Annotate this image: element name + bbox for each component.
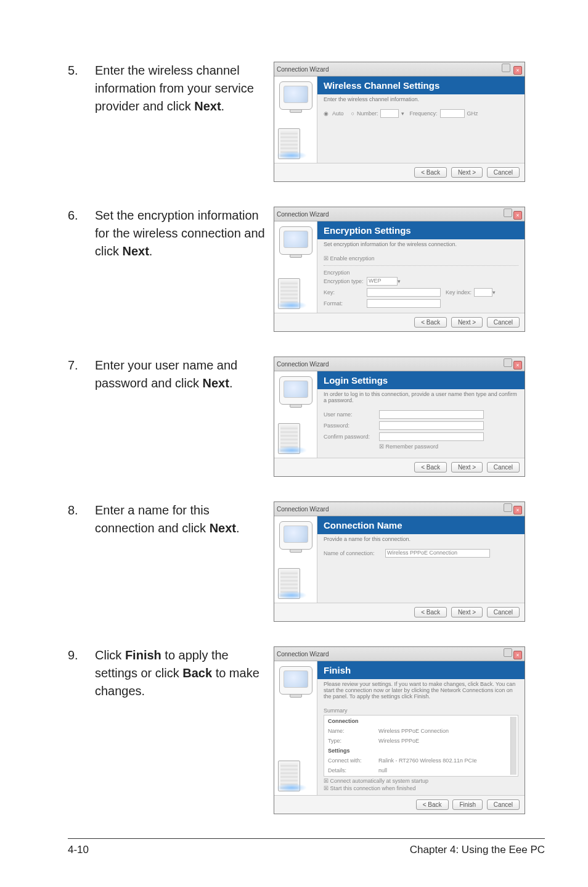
dialog-titlebar: Connection Wizard × xyxy=(274,647,525,661)
password-input[interactable] xyxy=(379,421,484,430)
help-icon[interactable] xyxy=(504,648,512,657)
dialog-subtitle: Enter the wireless channel information. xyxy=(317,94,525,104)
dialog-titlebar: Connection Wizard × xyxy=(274,502,525,516)
summary-label: Summary xyxy=(324,708,518,714)
tower-icon xyxy=(278,423,300,454)
cancel-button[interactable]: Cancel xyxy=(487,799,520,810)
step-bold-next: Next xyxy=(194,99,221,113)
dialog-login: Connection Wizard × Login Settings In or… xyxy=(274,357,525,477)
dialog-connection-name: Connection Wizard × Connection Name Prov… xyxy=(274,501,525,622)
connect-with-value: Ralink - RT2760 Wireless 802.11n PCIe xyxy=(376,756,509,765)
help-icon[interactable] xyxy=(504,208,512,217)
page-footer: 4-10 Chapter 4: Using the Eee PC xyxy=(0,838,588,856)
enc-type-select[interactable]: WEP xyxy=(367,277,398,286)
confirm-label: Confirm password: xyxy=(324,434,379,440)
back-button[interactable]: < Back xyxy=(414,167,447,178)
key-index-label: Key index: xyxy=(446,289,472,295)
close-icon[interactable]: × xyxy=(513,361,522,369)
close-icon[interactable]: × xyxy=(513,506,522,514)
page-body: 5. Enter the wireless channel informatio… xyxy=(0,0,588,814)
help-icon[interactable] xyxy=(504,358,512,367)
type-value: Wireless PPPoE xyxy=(376,736,509,745)
help-icon[interactable] xyxy=(504,503,512,512)
scrollbar[interactable] xyxy=(510,717,517,775)
step-text: Click Finish to apply the settings or cl… xyxy=(95,646,274,700)
step-7: 7. Enter your user name and password and… xyxy=(68,357,545,477)
tower-icon xyxy=(278,568,300,599)
frequency-input[interactable] xyxy=(440,109,465,118)
cancel-button[interactable]: Cancel xyxy=(487,167,520,178)
tower-icon xyxy=(278,278,300,309)
step-text-part3: . xyxy=(236,521,240,535)
back-button[interactable]: < Back xyxy=(414,607,447,617)
number-input[interactable] xyxy=(380,109,399,118)
key-label: Key: xyxy=(324,289,367,295)
dialog-sidebar xyxy=(274,661,317,795)
auto-radio[interactable]: ◉ xyxy=(324,110,329,117)
dialog-banner: Connection Name xyxy=(317,516,525,534)
dialog-titlebar: Connection Wizard × xyxy=(274,207,525,221)
dialog-sidebar xyxy=(274,371,317,458)
dialog-5-wrap: Connection Wizard × Wireless Channel Set… xyxy=(274,62,545,182)
dialog-encryption: Connection Wizard × Encryption Settings … xyxy=(274,207,525,332)
back-button[interactable]: < Back xyxy=(414,317,447,328)
format-label: Format: xyxy=(324,300,367,307)
dialog-subtitle: Set encryption information for the wirel… xyxy=(317,239,525,249)
start-now-label: Start this connection when finished xyxy=(330,785,416,791)
monitor-icon xyxy=(279,81,312,110)
start-now-checkbox[interactable]: ☒ xyxy=(324,785,330,791)
step-8: 8. Enter a name for this connection and … xyxy=(68,501,545,622)
dialog-title-text: Connection Wizard xyxy=(277,66,329,73)
close-icon[interactable]: × xyxy=(513,66,522,75)
key-index-select[interactable] xyxy=(474,288,492,297)
cancel-button[interactable]: Cancel xyxy=(487,317,520,328)
enable-encryption-checkbox[interactable]: ☒ xyxy=(324,255,330,262)
next-button[interactable]: Next > xyxy=(451,167,483,178)
summary-table: Connection Name:Wireless PPPoE Connectio… xyxy=(324,715,518,777)
username-label: User name: xyxy=(324,411,379,418)
number-radio[interactable]: ○ xyxy=(351,110,354,117)
close-icon[interactable]: × xyxy=(513,211,522,220)
next-button[interactable]: Next > xyxy=(451,462,483,472)
details-value: null xyxy=(376,766,509,775)
conn-name-input[interactable]: Wireless PPPoE Connection xyxy=(385,549,490,558)
remember-checkbox[interactable]: ☒ xyxy=(379,444,386,450)
dialog-subtitle: Please review your settings. If you want… xyxy=(317,679,525,701)
dialog-sidebar xyxy=(274,516,317,603)
dialog-8-wrap: Connection Wizard × Connection Name Prov… xyxy=(274,501,545,622)
step-number: 6. xyxy=(68,207,95,224)
finish-button[interactable]: Finish xyxy=(452,799,483,810)
next-button[interactable]: Next > xyxy=(451,317,483,328)
help-icon[interactable] xyxy=(502,64,510,72)
type-key: Type: xyxy=(325,736,375,745)
chapter-label: Chapter 4: Using the Eee PC xyxy=(410,844,545,856)
dialog-subtitle: Provide a name for this connection. xyxy=(317,534,525,544)
dialog-wireless-channel: Connection Wizard × Wireless Channel Set… xyxy=(274,62,525,182)
details-key: Details: xyxy=(325,766,375,775)
cancel-button[interactable]: Cancel xyxy=(487,462,520,472)
connect-with-key: Connect with: xyxy=(325,756,375,765)
page-number: 4-10 xyxy=(68,844,89,856)
tower-icon xyxy=(278,761,300,791)
format-select[interactable] xyxy=(367,299,441,308)
username-input[interactable] xyxy=(379,410,484,419)
cancel-button[interactable]: Cancel xyxy=(487,607,520,617)
confirm-input[interactable] xyxy=(379,432,484,441)
auto-start-checkbox[interactable]: ☒ xyxy=(324,778,330,784)
key-input[interactable] xyxy=(367,288,441,297)
dialog-title-text: Connection Wizard xyxy=(277,361,329,368)
enable-encryption-label: Enable encryption xyxy=(330,255,375,262)
step-bold-next: Next xyxy=(122,244,149,258)
next-button[interactable]: Next > xyxy=(451,607,483,617)
dialog-sidebar xyxy=(274,221,317,313)
back-button[interactable]: < Back xyxy=(414,462,447,472)
step-text-part3: . xyxy=(221,99,225,113)
close-icon[interactable]: × xyxy=(513,651,522,659)
step-text: Enter the wireless channel information f… xyxy=(95,62,274,115)
step-5: 5. Enter the wireless channel informatio… xyxy=(68,62,545,182)
dialog-title-text: Connection Wizard xyxy=(277,506,329,513)
dialog-6-wrap: Connection Wizard × Encryption Settings … xyxy=(274,207,545,332)
conn-name-label: Name of connection: xyxy=(324,550,385,556)
back-button[interactable]: < Back xyxy=(416,799,449,810)
enc-type-label: Encryption type: xyxy=(324,278,367,284)
